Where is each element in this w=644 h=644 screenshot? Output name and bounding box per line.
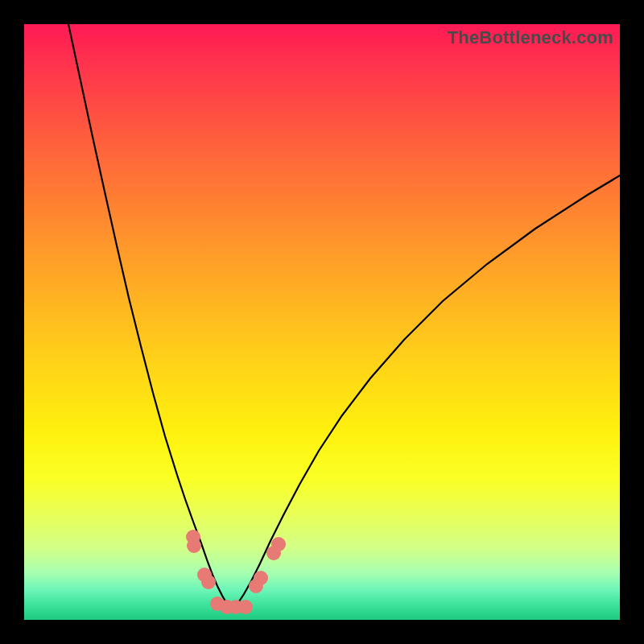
curves-layer: [24, 24, 620, 620]
data-marker: [271, 537, 286, 551]
data-marker: [254, 571, 268, 585]
right-curve: [232, 175, 620, 610]
chart-frame: TheBottleneck.com: [0, 0, 644, 644]
plot-area: TheBottleneck.com: [24, 24, 620, 620]
data-marker: [238, 600, 253, 614]
data-marker: [187, 539, 201, 553]
left-curve: [68, 24, 232, 610]
data-marker: [201, 575, 216, 589]
